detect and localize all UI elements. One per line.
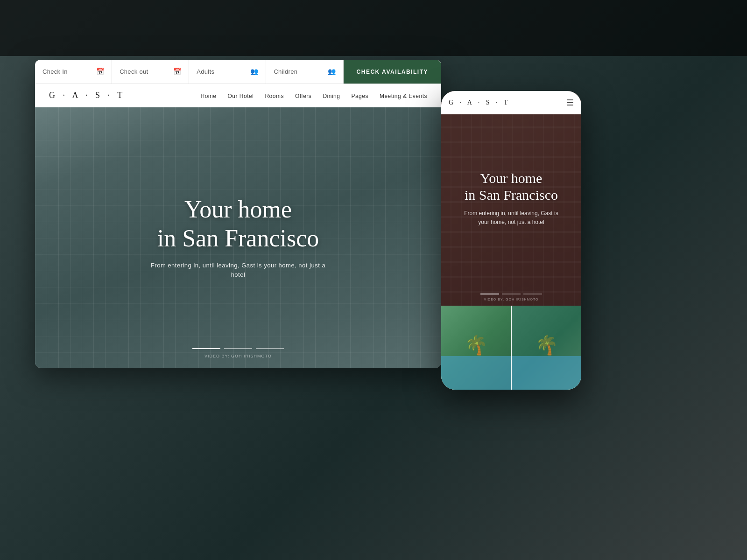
mobile-hero-content: Your home in San Francisco From entering… — [451, 161, 572, 236]
nav-item-pages[interactable]: Pages — [351, 91, 368, 100]
children-label: Children — [274, 68, 297, 75]
adults-field[interactable]: Adults 👥 — [189, 60, 266, 84]
mobile-phone-window: G · A · S · T ☰ Your home in San Francis… — [441, 91, 581, 390]
check-out-field[interactable]: Check out 📅 — [112, 60, 189, 84]
hero-title-line2: in San Francisco — [157, 225, 319, 252]
mobile-progress-bar-3 — [523, 294, 542, 294]
mobile-navbar: G · A · S · T ☰ — [441, 91, 581, 114]
hero-subtitle: From entering in, until leaving, Gast is… — [145, 261, 331, 280]
children-field[interactable]: Children 👥 — [266, 60, 343, 84]
check-availability-button[interactable]: CHECK AVAILABILITY — [344, 60, 441, 84]
mobile-thumb-1: 🌴 — [441, 306, 511, 390]
mobile-logo: G · A · S · T — [449, 99, 510, 106]
desktop-hero: Your home in San Francisco From entering… — [35, 107, 441, 368]
palm-icon-1: 🌴 — [465, 334, 488, 356]
progress-bar-1 — [192, 348, 220, 349]
mobile-menu-icon[interactable]: ☰ — [566, 98, 574, 108]
adults-icon: 👥 — [250, 68, 258, 76]
pool-overlay-2 — [512, 356, 581, 390]
check-out-label: Check out — [120, 68, 148, 75]
progress-bar-3 — [256, 348, 284, 349]
hero-title: Your home in San Francisco — [145, 195, 331, 253]
mobile-hero-subtitle: From entering in, until leaving, Gast is… — [460, 209, 563, 227]
mobile-thumbnail-section: 🌴 🌴 — [441, 306, 581, 390]
mobile-video-credit: VIDEO BY: GOH IRISHMOTO — [484, 298, 539, 301]
mobile-progress-bar-1 — [480, 294, 499, 294]
nav-item-dining[interactable]: Dining — [323, 91, 340, 100]
check-in-label: Check In — [42, 68, 68, 75]
desktop-nav: Home Our Hotel Rooms Offers Dining Pages… — [201, 91, 427, 100]
nav-item-our-hotel[interactable]: Our Hotel — [228, 91, 254, 100]
mobile-progress-bar-2 — [502, 294, 521, 294]
nav-item-rooms[interactable]: Rooms — [265, 91, 284, 100]
nav-item-offers[interactable]: Offers — [295, 91, 311, 100]
hero-video-credit: VIDEO BY: GOH IRISHMOTO — [204, 354, 272, 358]
palm-icon-2: 🌴 — [535, 334, 558, 356]
hero-title-line1: Your home — [184, 196, 292, 223]
mobile-hero-title: Your home in San Francisco — [460, 170, 563, 203]
top-shadow — [0, 0, 747, 56]
check-out-calendar-icon: 📅 — [173, 68, 181, 76]
nav-item-home[interactable]: Home — [201, 91, 217, 100]
mobile-progress-indicator — [480, 294, 542, 294]
hero-content: Your home in San Francisco From entering… — [145, 195, 331, 280]
mobile-thumb-2: 🌴 — [512, 306, 581, 390]
pool-overlay-1 — [441, 356, 511, 390]
adults-label: Adults — [197, 68, 214, 75]
desktop-navbar: G · A · S · T Home Our Hotel Rooms Offer… — [35, 84, 441, 107]
desktop-browser-window: Check In 📅 Check out 📅 Adults 👥 Children… — [35, 60, 441, 368]
check-in-field[interactable]: Check In 📅 — [35, 60, 112, 84]
hero-progress-indicator — [192, 348, 284, 349]
mobile-title-line1: Your home — [480, 170, 543, 186]
mobile-title-line2: in San Francisco — [465, 187, 558, 203]
progress-bar-2 — [224, 348, 252, 349]
booking-bar: Check In 📅 Check out 📅 Adults 👥 Children… — [35, 60, 441, 84]
desktop-logo: G · A · S · T — [49, 91, 125, 100]
children-icon: 👥 — [328, 68, 336, 76]
mobile-hero: Your home in San Francisco From entering… — [441, 91, 581, 306]
nav-item-meeting-events[interactable]: Meeting & Events — [380, 91, 427, 100]
check-in-calendar-icon: 📅 — [96, 68, 104, 76]
